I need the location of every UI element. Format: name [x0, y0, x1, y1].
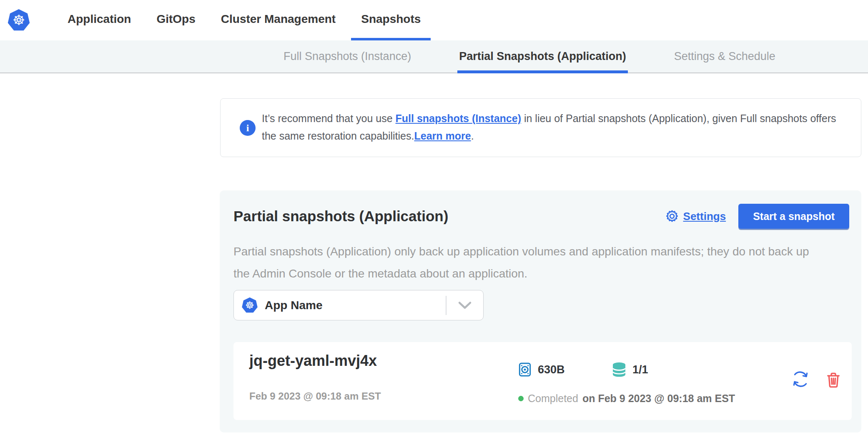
settings-link-label: Settings: [683, 210, 726, 223]
restore-snapshot-button[interactable]: [791, 370, 810, 390]
panel-description-line1: Partial snapshots (Application) only bac…: [233, 240, 849, 262]
snapshot-settings-link[interactable]: Settings: [665, 209, 726, 223]
panel-header-actions: Settings Start a snapshot: [665, 204, 849, 229]
partial-snapshots-panel: Partial snapshots (Application) Settings…: [220, 190, 861, 432]
snapshot-row: jq-get-yaml-mvj4x Feb 9 2023 @ 09:18 am …: [233, 342, 852, 420]
snapshot-volumes-stat: 1/1: [611, 360, 648, 379]
nav-item-cluster-management[interactable]: Cluster Management: [211, 0, 346, 40]
delete-snapshot-button[interactable]: [825, 371, 842, 390]
page-title: Partial snapshots (Application): [233, 208, 448, 225]
select-chevron-zone[interactable]: [447, 302, 483, 309]
snapshot-size-stat: 630B: [517, 360, 565, 379]
status-badge: Completed: [528, 392, 578, 405]
logo-wrap: ☸: [0, 0, 38, 40]
full-snapshots-link[interactable]: Full snapshots (Instance): [396, 112, 521, 124]
status-dot-icon: [518, 396, 524, 401]
kubernetes-app-icon: ☸: [241, 297, 258, 314]
snapshot-finished-timestamp: on Feb 9 2023 @ 09:18 am EST: [582, 392, 735, 405]
tab-full-snapshots-instance[interactable]: Full Snapshots (Instance): [283, 40, 411, 72]
chevron-down-icon: [458, 302, 472, 309]
snapshot-volumes-value: 1/1: [632, 363, 648, 376]
kubernetes-logo-icon: ☸: [7, 9, 30, 32]
info-icon: i: [240, 120, 256, 136]
learn-more-link[interactable]: Learn more: [414, 130, 471, 142]
svg-text:☸: ☸: [245, 299, 254, 310]
snapshot-started-timestamp: Feb 9 2023 @ 09:18 am EST: [249, 390, 381, 402]
app-select-value: App Name: [265, 299, 322, 312]
top-nav: ☸ Application GitOps Cluster Management …: [0, 0, 868, 40]
app-name-select[interactable]: ☸ App Name: [233, 290, 484, 320]
callout-text-after: .: [471, 130, 474, 142]
panel-description-line2: the Admin Console or the metadata about …: [233, 262, 849, 285]
restore-icon: [791, 370, 810, 389]
database-icon: [611, 361, 627, 378]
nav-item-gitops[interactable]: GitOps: [146, 0, 205, 40]
svg-text:☸: ☸: [13, 12, 25, 28]
start-snapshot-button[interactable]: Start a snapshot: [738, 204, 849, 229]
panel-description: Partial snapshots (Application) only bac…: [233, 240, 849, 285]
info-callout: i It’s recommend that you use Full snaps…: [220, 98, 861, 157]
tab-settings-and-schedule[interactable]: Settings & Schedule: [674, 40, 775, 72]
tab-partial-snapshots-application[interactable]: Partial Snapshots (Application): [459, 40, 626, 72]
snapshot-size-value: 630B: [538, 363, 565, 376]
disk-icon: [517, 362, 533, 378]
page: ☸ Application GitOps Cluster Management …: [0, 0, 868, 440]
panel-header: Partial snapshots (Application) Settings…: [233, 204, 849, 229]
nav-item-snapshots[interactable]: Snapshots: [351, 0, 431, 40]
snapshots-sub-nav: Full Snapshots (Instance) Partial Snapsh…: [0, 40, 868, 73]
snapshot-status-line: Completed on Feb 9 2023 @ 09:18 am EST: [518, 392, 735, 405]
snapshot-name: jq-get-yaml-mvj4x: [249, 352, 377, 370]
top-nav-items: Application GitOps Cluster Management Sn…: [58, 0, 431, 40]
nav-item-application[interactable]: Application: [58, 0, 141, 40]
gear-icon: [665, 209, 679, 223]
trash-icon: [825, 371, 842, 389]
callout-text-before: It’s recommend that you use: [262, 112, 396, 124]
